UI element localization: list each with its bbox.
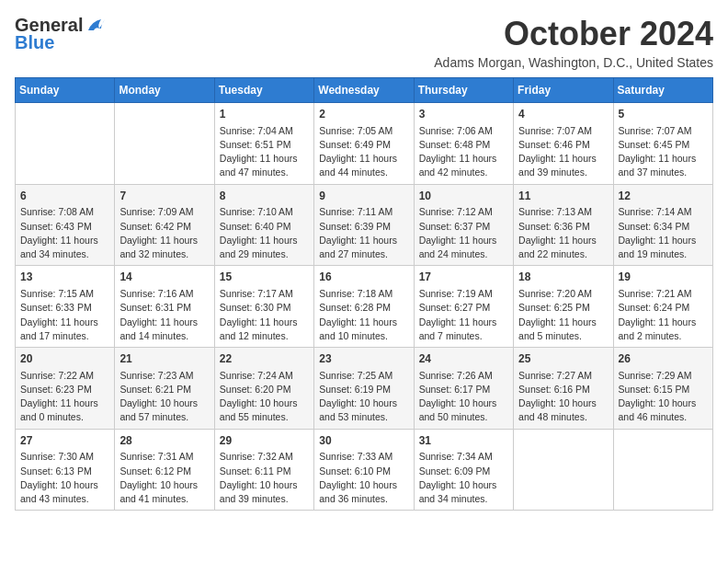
day-number: 20 (20, 351, 109, 367)
calendar-col-header: Wednesday (314, 78, 414, 103)
day-number: 21 (119, 351, 209, 367)
calendar-cell: 8Sunrise: 7:10 AMSunset: 6:40 PMDaylight… (214, 184, 313, 266)
day-number: 15 (220, 270, 309, 285)
day-number: 23 (319, 351, 408, 367)
calendar-cell: 16Sunrise: 7:18 AMSunset: 6:28 PMDayligh… (314, 266, 414, 348)
calendar-cell: 2Sunrise: 7:05 AMSunset: 6:49 PMDaylight… (314, 103, 414, 185)
day-info: Sunrise: 7:12 AMSunset: 6:37 PMDaylight:… (419, 205, 508, 261)
day-info: Sunrise: 7:15 AMSunset: 6:33 PMDaylight:… (20, 287, 109, 343)
day-number: 25 (518, 351, 608, 367)
day-number: 17 (419, 270, 508, 285)
calendar-cell: 3Sunrise: 7:06 AMSunset: 6:48 PMDaylight… (414, 103, 513, 185)
calendar-week-row: 13Sunrise: 7:15 AMSunset: 6:33 PMDayligh… (16, 266, 713, 348)
day-info: Sunrise: 7:07 AMSunset: 6:46 PMDaylight:… (518, 124, 608, 180)
day-info: Sunrise: 7:24 AMSunset: 6:20 PMDaylight:… (220, 369, 309, 425)
calendar-cell: 9Sunrise: 7:11 AMSunset: 6:39 PMDaylight… (314, 184, 414, 266)
calendar-cell: 30Sunrise: 7:33 AMSunset: 6:10 PMDayligh… (314, 429, 414, 511)
logo: General Blue (15, 15, 105, 53)
calendar-body: 1Sunrise: 7:04 AMSunset: 6:51 PMDaylight… (16, 103, 713, 511)
calendar-week-row: 20Sunrise: 7:22 AMSunset: 6:23 PMDayligh… (16, 348, 713, 430)
day-number: 19 (619, 270, 708, 285)
day-number: 28 (119, 433, 209, 449)
logo-bird-icon (85, 17, 105, 34)
day-number: 12 (619, 189, 708, 204)
calendar-cell: 24Sunrise: 7:26 AMSunset: 6:17 PMDayligh… (414, 348, 513, 430)
day-number: 30 (319, 433, 408, 449)
day-info: Sunrise: 7:22 AMSunset: 6:23 PMDaylight:… (20, 369, 109, 425)
day-info: Sunrise: 7:05 AMSunset: 6:49 PMDaylight:… (319, 124, 408, 180)
day-info: Sunrise: 7:11 AMSunset: 6:39 PMDaylight:… (319, 205, 408, 261)
calendar-cell: 28Sunrise: 7:31 AMSunset: 6:12 PMDayligh… (115, 429, 214, 511)
calendar-cell: 26Sunrise: 7:29 AMSunset: 6:15 PMDayligh… (613, 348, 712, 430)
day-info: Sunrise: 7:04 AMSunset: 6:51 PMDaylight:… (220, 124, 309, 180)
day-info: Sunrise: 7:19 AMSunset: 6:27 PMDaylight:… (419, 287, 508, 343)
day-info: Sunrise: 7:31 AMSunset: 6:12 PMDaylight:… (119, 450, 209, 506)
day-info: Sunrise: 7:25 AMSunset: 6:19 PMDaylight:… (319, 369, 408, 425)
day-info: Sunrise: 7:17 AMSunset: 6:30 PMDaylight:… (220, 287, 309, 343)
day-info: Sunrise: 7:18 AMSunset: 6:28 PMDaylight:… (319, 287, 408, 343)
day-number: 14 (119, 270, 209, 285)
calendar-cell: 11Sunrise: 7:13 AMSunset: 6:36 PMDayligh… (514, 184, 613, 266)
calendar-col-header: Thursday (414, 78, 513, 103)
calendar-cell (16, 103, 115, 185)
calendar-week-row: 27Sunrise: 7:30 AMSunset: 6:13 PMDayligh… (16, 429, 713, 511)
day-number: 31 (419, 433, 508, 449)
day-info: Sunrise: 7:29 AMSunset: 6:15 PMDaylight:… (619, 369, 708, 425)
calendar-cell: 1Sunrise: 7:04 AMSunset: 6:51 PMDaylight… (214, 103, 313, 185)
day-info: Sunrise: 7:13 AMSunset: 6:36 PMDaylight:… (518, 205, 608, 261)
calendar-cell (613, 429, 712, 511)
calendar-week-row: 1Sunrise: 7:04 AMSunset: 6:51 PMDaylight… (16, 103, 713, 185)
day-info: Sunrise: 7:20 AMSunset: 6:25 PMDaylight:… (518, 287, 608, 343)
day-info: Sunrise: 7:26 AMSunset: 6:17 PMDaylight:… (419, 369, 508, 425)
calendar-cell: 15Sunrise: 7:17 AMSunset: 6:30 PMDayligh… (214, 266, 313, 348)
calendar-cell: 4Sunrise: 7:07 AMSunset: 6:46 PMDaylight… (514, 103, 613, 185)
day-info: Sunrise: 7:09 AMSunset: 6:42 PMDaylight:… (119, 205, 209, 261)
calendar-cell: 5Sunrise: 7:07 AMSunset: 6:45 PMDaylight… (613, 103, 712, 185)
calendar-cell: 18Sunrise: 7:20 AMSunset: 6:25 PMDayligh… (514, 266, 613, 348)
calendar-cell: 25Sunrise: 7:27 AMSunset: 6:16 PMDayligh… (514, 348, 613, 430)
day-info: Sunrise: 7:33 AMSunset: 6:10 PMDaylight:… (319, 450, 408, 506)
calendar-cell (514, 429, 613, 511)
day-number: 26 (619, 351, 708, 367)
day-info: Sunrise: 7:07 AMSunset: 6:45 PMDaylight:… (619, 124, 708, 180)
day-number: 10 (419, 189, 508, 204)
day-info: Sunrise: 7:23 AMSunset: 6:21 PMDaylight:… (119, 369, 209, 425)
calendar-col-header: Friday (514, 78, 613, 103)
calendar-cell: 19Sunrise: 7:21 AMSunset: 6:24 PMDayligh… (613, 266, 712, 348)
calendar-col-header: Sunday (16, 78, 115, 103)
calendar-cell: 27Sunrise: 7:30 AMSunset: 6:13 PMDayligh… (16, 429, 115, 511)
day-number: 6 (20, 189, 109, 204)
day-number: 27 (20, 433, 109, 449)
day-info: Sunrise: 7:14 AMSunset: 6:34 PMDaylight:… (619, 205, 708, 261)
calendar-cell: 31Sunrise: 7:34 AMSunset: 6:09 PMDayligh… (414, 429, 513, 511)
day-number: 4 (518, 107, 608, 122)
day-info: Sunrise: 7:27 AMSunset: 6:16 PMDaylight:… (518, 369, 608, 425)
calendar-col-header: Saturday (613, 78, 712, 103)
day-number: 5 (619, 107, 708, 122)
day-info: Sunrise: 7:08 AMSunset: 6:43 PMDaylight:… (20, 205, 109, 261)
logo-blue: Blue (15, 32, 54, 53)
day-number: 9 (319, 189, 408, 204)
day-number: 13 (20, 270, 109, 285)
day-info: Sunrise: 7:10 AMSunset: 6:40 PMDaylight:… (220, 205, 309, 261)
day-number: 22 (220, 351, 309, 367)
calendar-col-header: Tuesday (214, 78, 313, 103)
page-header: General Blue October 2024 Adams Morgan, … (15, 15, 713, 70)
calendar-cell: 20Sunrise: 7:22 AMSunset: 6:23 PMDayligh… (16, 348, 115, 430)
calendar-table: SundayMondayTuesdayWednesdayThursdayFrid… (15, 77, 713, 511)
day-number: 3 (419, 107, 508, 122)
day-number: 24 (419, 351, 508, 367)
day-info: Sunrise: 7:21 AMSunset: 6:24 PMDaylight:… (619, 287, 708, 343)
day-info: Sunrise: 7:32 AMSunset: 6:11 PMDaylight:… (220, 450, 309, 506)
calendar-cell: 21Sunrise: 7:23 AMSunset: 6:21 PMDayligh… (115, 348, 214, 430)
calendar-cell: 12Sunrise: 7:14 AMSunset: 6:34 PMDayligh… (613, 184, 712, 266)
day-info: Sunrise: 7:30 AMSunset: 6:13 PMDaylight:… (20, 450, 109, 506)
calendar-cell: 17Sunrise: 7:19 AMSunset: 6:27 PMDayligh… (414, 266, 513, 348)
location-subtitle: Adams Morgan, Washington, D.C., United S… (434, 55, 713, 70)
calendar-col-header: Monday (115, 78, 214, 103)
calendar-cell: 13Sunrise: 7:15 AMSunset: 6:33 PMDayligh… (16, 266, 115, 348)
calendar-cell: 6Sunrise: 7:08 AMSunset: 6:43 PMDaylight… (16, 184, 115, 266)
calendar-cell (115, 103, 214, 185)
calendar-header-row: SundayMondayTuesdayWednesdayThursdayFrid… (16, 78, 713, 103)
calendar-cell: 23Sunrise: 7:25 AMSunset: 6:19 PMDayligh… (314, 348, 414, 430)
